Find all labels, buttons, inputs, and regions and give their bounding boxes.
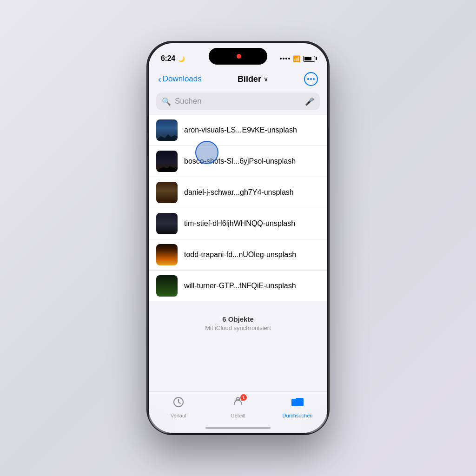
nav-title-text: Bilder [238,74,261,84]
tab-badge: 1 [240,394,247,401]
file-thumbnail [156,213,178,234]
more-options-button[interactable] [304,72,318,86]
list-item[interactable]: will-turner-GTP...fNFQiE-unsplash [149,271,327,301]
file-thumbnail [156,151,178,172]
file-thumbnail [156,275,178,297]
footer-info: 6 Objekte Mit iCloud synchronisiert [149,301,327,341]
file-name: daniel-j-schwar...gh7Y4-unsplash [184,188,320,197]
list-item[interactable]: daniel-j-schwar...gh7Y4-unsplash [149,177,327,208]
phone-frame: 6:24 🌙 📶 ‹ [147,42,329,434]
tab-geteilt-label: Geteilt [231,413,245,418]
list-item[interactable]: bosco-shots-Sl...6yjPsol-unsplash [149,146,327,177]
nav-title-chevron-icon: ∨ [264,75,268,83]
file-thumbnail [156,119,178,141]
tab-durchsuchen[interactable]: Durchsuchen [268,396,327,418]
back-chevron-icon: ‹ [158,74,161,84]
file-name: tim-stief-dH6ljhWHNQQ-unsplash [184,219,320,228]
search-icon: 🔍 [162,97,171,106]
island-indicator [237,54,241,59]
power-button[interactable] [328,128,329,160]
status-icons: 📶 [280,55,315,62]
microphone-icon[interactable]: 🎤 [305,97,314,106]
home-indicator [205,427,271,429]
list-item[interactable]: tim-stief-dH6ljhWHNQQ-unsplash [149,208,327,239]
svg-line-2 [178,402,180,403]
file-list: aron-visuals-LS...E9vKE-unsplash bosco-s… [149,115,327,301]
nav-title-area[interactable]: Bilder ∨ [238,74,268,84]
navigation-bar: ‹ Downloads Bilder ∨ [149,67,327,90]
svg-point-3 [237,397,239,400]
file-name: will-turner-GTP...fNFQiE-unsplash [184,282,320,290]
clock-icon [172,396,185,411]
search-bar: 🔍 Suchen 🎤 [149,90,327,115]
file-thumbnail [156,244,178,265]
search-input-container[interactable]: 🔍 Suchen 🎤 [156,93,320,110]
list-item[interactable]: todd-trapani-fd...nUOleg-unsplash [149,239,327,271]
search-placeholder: Suchen [175,97,301,106]
list-item[interactable]: aron-visuals-LS...E9vKE-unsplash [149,115,327,146]
shared-icon: 1 [232,396,244,411]
object-count: 6 Objekte [149,315,327,323]
tab-durchsuchen-label: Durchsuchen [283,413,313,418]
volume-down-button[interactable] [147,139,148,156]
volume-up-button[interactable] [147,116,148,133]
signal-icon [280,58,290,60]
file-name: aron-visuals-LS...E9vKE-unsplash [184,126,320,134]
battery-icon [303,56,315,62]
status-time: 6:24 🌙 [161,54,185,63]
file-name: todd-trapani-fd...nUOleg-unsplash [184,251,320,259]
tab-verlauf-label: Verlauf [171,413,186,418]
more-options-icon [307,78,315,80]
dynamic-island [209,48,267,65]
back-label: Downloads [163,74,202,84]
back-button[interactable]: ‹ Downloads [158,74,202,84]
wifi-icon: 📶 [293,55,300,62]
folder-icon [291,396,304,411]
status-bar: 6:24 🌙 📶 [149,43,327,67]
tab-geteilt[interactable]: 1 Geteilt [208,396,268,418]
file-name: bosco-shots-Sl...6yjPsol-unsplash [184,157,320,165]
sync-status: Mit iCloud synchronisiert [149,324,327,331]
phone-screen: 6:24 🌙 📶 ‹ [149,43,327,433]
file-thumbnail [156,182,178,203]
tab-verlauf[interactable]: Verlauf [149,396,208,418]
